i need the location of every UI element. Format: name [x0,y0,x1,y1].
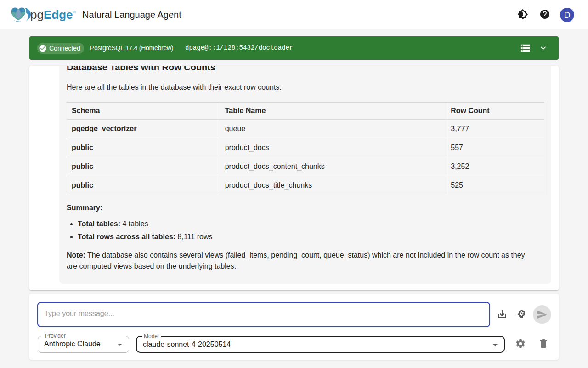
svg-text:®: ® [73,10,76,14]
svg-text:Edge: Edge [44,8,73,22]
svg-text:pg: pg [30,8,44,22]
